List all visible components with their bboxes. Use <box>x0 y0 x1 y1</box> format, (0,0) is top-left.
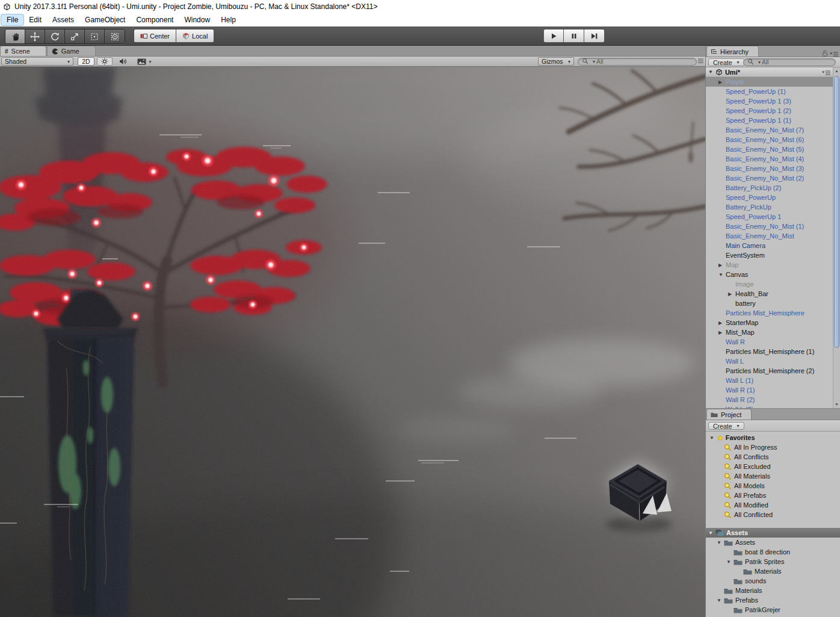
favorite-search-item[interactable]: All In Progress <box>706 442 840 452</box>
project-folder-item[interactable]: ▼Prefabs <box>706 595 840 605</box>
favorite-search-item[interactable]: All Models <box>706 481 840 491</box>
foldout-icon[interactable]: ▼ <box>708 530 715 536</box>
draw-mode-dropdown[interactable]: Shaded ▾ <box>1 57 73 66</box>
hierarchy-item[interactable]: ▶Map <box>706 260 833 270</box>
foldout-icon[interactable]: ▼ <box>717 540 724 545</box>
scroll-up-icon[interactable]: ▲ <box>833 67 840 75</box>
step-button[interactable] <box>584 29 605 43</box>
menu-file[interactable]: File <box>1 14 23 25</box>
menu-window[interactable]: Window <box>179 14 215 25</box>
hierarchy-item[interactable]: battery <box>706 299 833 308</box>
rect-tool-button[interactable] <box>85 29 105 43</box>
foldout-icon[interactable]: ▼ <box>709 435 717 441</box>
foldout-icon[interactable]: ▼ <box>726 559 733 565</box>
scene-lighting-button[interactable] <box>97 57 113 66</box>
hierarchy-item[interactable]: Particles Mist_Hemisphere <box>706 308 833 318</box>
hierarchy-scrollbar[interactable]: ▲ ▼ <box>833 67 840 408</box>
favorite-search-item[interactable]: All Modified <box>706 500 840 510</box>
favorite-search-item[interactable]: All Excluded <box>706 462 840 471</box>
hierarchy-item[interactable]: Speed_PowerUp 1 <box>706 212 833 222</box>
toggle-2d-button[interactable]: 2D <box>78 57 94 66</box>
foldout-icon[interactable]: ▶ <box>718 320 726 326</box>
hierarchy-item[interactable]: ▶Player <box>706 77 833 87</box>
project-folder-item[interactable]: PatrikGrejer <box>706 605 840 615</box>
project-folder-item[interactable]: sounds <box>706 576 840 586</box>
hierarchy-item[interactable]: ▼Canvas <box>706 270 833 279</box>
play-button[interactable] <box>543 29 564 43</box>
favorites-header[interactable]: ▼ ★ Favorites <box>706 433 840 442</box>
hierarchy-item[interactable]: Particles Mist_Hemisphere (1) <box>706 347 833 356</box>
scene-audio-button[interactable] <box>115 57 131 66</box>
hierarchy-item[interactable]: Wall L <box>706 356 833 366</box>
hierarchy-item[interactable]: Image <box>706 279 833 289</box>
hierarchy-item[interactable]: Speed_PowerUp 1 (2) <box>706 106 833 116</box>
pivot-center-button[interactable]: Center <box>134 29 176 43</box>
foldout-icon[interactable]: ▶ <box>728 291 735 297</box>
hierarchy-item[interactable]: Wall L (1) <box>706 376 833 385</box>
rotate-tool-button[interactable] <box>45 29 65 43</box>
scrollbar-thumb[interactable] <box>834 76 839 348</box>
menu-component[interactable]: Component <box>131 14 179 25</box>
project-folder-item[interactable]: ▼Assets <box>706 538 840 547</box>
scene-effects-button[interactable]: ▾ <box>133 57 156 66</box>
favorite-search-item[interactable]: All Prefabs <box>706 491 840 500</box>
transform-tool-button[interactable] <box>105 29 125 43</box>
hierarchy-item[interactable]: Speed_PowerUp 1 (3) <box>706 96 833 106</box>
hierarchy-item[interactable]: Main Camera <box>706 241 833 250</box>
menu-help[interactable]: Help <box>215 14 241 25</box>
hierarchy-item[interactable]: ▶StarterMap <box>706 318 833 327</box>
project-folder-item[interactable]: Materials <box>706 586 840 595</box>
hierarchy-item[interactable]: Basic_Enemy_No_Mist (2) <box>706 173 833 183</box>
project-create-button[interactable]: Create ▾ <box>708 422 744 430</box>
gizmos-dropdown[interactable]: Gizmos ▾ <box>538 57 574 66</box>
hierarchy-item[interactable]: Wall R (2) <box>706 395 833 405</box>
hierarchy-item[interactable]: EventSystem <box>706 250 833 260</box>
menu-gameobject[interactable]: GameObject <box>79 14 131 25</box>
hierarchy-item[interactable]: ▶Mist_Map <box>706 327 833 337</box>
hierarchy-item[interactable]: Speed_PowerUp 1 (1) <box>706 116 833 125</box>
hierarchy-item[interactable]: Basic_Enemy_No_Mist (5) <box>706 144 833 154</box>
project-folder-item[interactable]: Materials <box>706 566 840 576</box>
hierarchy-item[interactable]: Battery_PickUp (2) <box>706 183 833 193</box>
rotation-local-button[interactable]: Local <box>176 29 214 43</box>
menu-edit[interactable]: Edit <box>23 14 47 25</box>
foldout-icon[interactable]: ▶ <box>718 330 726 335</box>
hand-tool-button[interactable] <box>5 29 25 43</box>
assets-root-row[interactable]: ▼ Assets <box>706 528 840 538</box>
hierarchy-item[interactable]: Wall R (1) <box>706 385 833 395</box>
hierarchy-item[interactable]: Basic_Enemy_No_Mist <box>706 231 833 241</box>
scene-row-menu-icon[interactable] <box>822 70 830 77</box>
favorite-search-item[interactable]: All Materials <box>706 471 840 481</box>
pause-button[interactable] <box>564 29 584 43</box>
menu-assets[interactable]: Assets <box>47 14 79 25</box>
project-folder-item[interactable]: boat 8 direction <box>706 547 840 557</box>
scroll-down-icon[interactable]: ▼ <box>833 401 840 408</box>
scene-search-input[interactable]: ▾ All <box>578 58 697 66</box>
hierarchy-item[interactable]: Battery_PickUp <box>706 202 833 212</box>
hierarchy-item[interactable]: ▶Health_Bar <box>706 289 833 299</box>
hierarchy-search-input[interactable]: ▾ All <box>743 58 836 66</box>
scene-toolbar-menu-icon[interactable] <box>698 58 704 64</box>
hierarchy-item[interactable]: Basic_Enemy_No_Mist (7) <box>706 125 833 135</box>
foldout-icon[interactable]: ▶ <box>718 79 726 85</box>
project-folder-item[interactable]: ▼Patrik Sprites <box>706 557 840 566</box>
scene-asset-row[interactable]: ▼ Umi* <box>706 67 840 77</box>
scene-canvas[interactable] <box>0 67 705 617</box>
tab-hierarchy[interactable]: Hierarchy <box>706 46 759 57</box>
foldout-icon[interactable]: ▶ <box>718 262 726 268</box>
foldout-icon[interactable]: ▼ <box>717 598 724 603</box>
hierarchy-item[interactable]: Speed_PowerUp (1) <box>706 87 833 96</box>
tab-game[interactable]: Game <box>47 46 96 56</box>
hierarchy-create-button[interactable]: Create ▾ <box>708 58 744 66</box>
hierarchy-item[interactable]: Basic_Enemy_No_Mist (1) <box>706 222 833 231</box>
hierarchy-item[interactable]: Speed_PowerUp <box>706 193 833 202</box>
move-tool-button[interactable] <box>25 29 45 43</box>
hierarchy-item[interactable]: Wall R <box>706 337 833 347</box>
tab-scene[interactable]: # Scene <box>0 46 46 56</box>
foldout-icon[interactable]: ▼ <box>708 69 713 75</box>
hierarchy-item[interactable]: Basic_Enemy_No_Mist (4) <box>706 154 833 164</box>
tab-project[interactable]: Project <box>706 409 752 420</box>
hierarchy-item[interactable]: Basic_Enemy_No_Mist (6) <box>706 135 833 144</box>
hierarchy-item[interactable]: Particles Mist_Hemisphere (2) <box>706 366 833 376</box>
favorite-search-item[interactable]: All Conflicts <box>706 452 840 462</box>
